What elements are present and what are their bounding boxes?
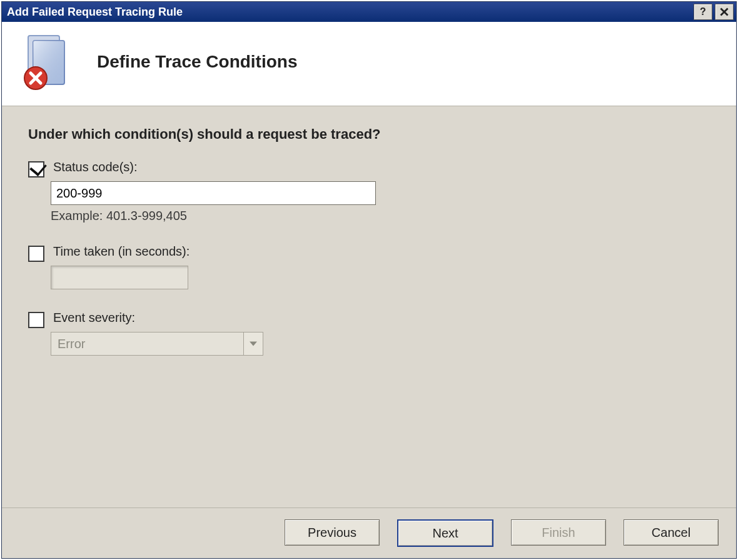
- dialog-window: Add Failed Request Tracing Rule ?: [1, 1, 737, 559]
- status-codes-input[interactable]: [51, 181, 376, 205]
- prompt-text: Under which condition(s) should a reques…: [28, 126, 710, 142]
- wizard-icon: [17, 33, 74, 91]
- time-taken-input: [51, 266, 188, 289]
- svg-marker-8: [250, 341, 257, 346]
- time-taken-row: Time taken (in seconds):: [28, 244, 710, 262]
- time-taken-label: Time taken (in seconds):: [53, 244, 190, 259]
- event-severity-selected: Error: [58, 337, 85, 351]
- time-taken-controls: [51, 266, 710, 289]
- status-codes-controls: Example: 401.3-999,405: [51, 181, 710, 223]
- previous-button-label: Previous: [308, 526, 356, 540]
- wizard-header: Define Trace Conditions: [2, 22, 736, 106]
- event-severity-label: Event severity:: [53, 311, 135, 325]
- wizard-heading: Define Trace Conditions: [97, 52, 298, 72]
- wizard-footer: Previous Next Finish Cancel: [2, 508, 736, 558]
- wizard-body: Under which condition(s) should a reques…: [2, 106, 736, 508]
- chevron-down-icon: [250, 340, 257, 348]
- next-button-label: Next: [432, 526, 458, 541]
- finish-button-label: Finish: [542, 526, 575, 540]
- cancel-button-label: Cancel: [652, 526, 690, 540]
- time-taken-section: Time taken (in seconds):: [28, 244, 710, 289]
- time-taken-checkbox[interactable]: [28, 246, 44, 262]
- event-severity-controls: Error: [51, 332, 710, 356]
- event-severity-section: Event severity: Error: [28, 311, 710, 356]
- titlebar: Add Failed Request Tracing Rule ?: [2, 2, 736, 22]
- status-codes-label: Status code(s):: [53, 160, 138, 174]
- event-severity-combobox: Error: [51, 332, 263, 356]
- status-codes-example: Example: 401.3-999,405: [51, 209, 710, 223]
- status-codes-row: Status code(s):: [28, 160, 710, 178]
- event-severity-checkbox[interactable]: [28, 312, 44, 328]
- window-title: Add Failed Request Tracing Rule: [7, 6, 691, 19]
- help-icon: ?: [700, 6, 706, 18]
- close-button[interactable]: [715, 4, 734, 20]
- event-severity-dropdown-button: [243, 332, 263, 355]
- folder-error-icon: [17, 33, 74, 91]
- finish-button: Finish: [511, 519, 606, 546]
- status-codes-section: Status code(s): Example: 401.3-999,405: [28, 160, 710, 223]
- help-button[interactable]: ?: [694, 4, 712, 20]
- event-severity-row: Event severity:: [28, 311, 710, 328]
- next-button[interactable]: Next: [397, 519, 493, 547]
- previous-button[interactable]: Previous: [285, 519, 380, 546]
- cancel-button[interactable]: Cancel: [624, 519, 719, 546]
- status-codes-checkbox[interactable]: [28, 161, 44, 178]
- close-icon: [720, 8, 729, 16]
